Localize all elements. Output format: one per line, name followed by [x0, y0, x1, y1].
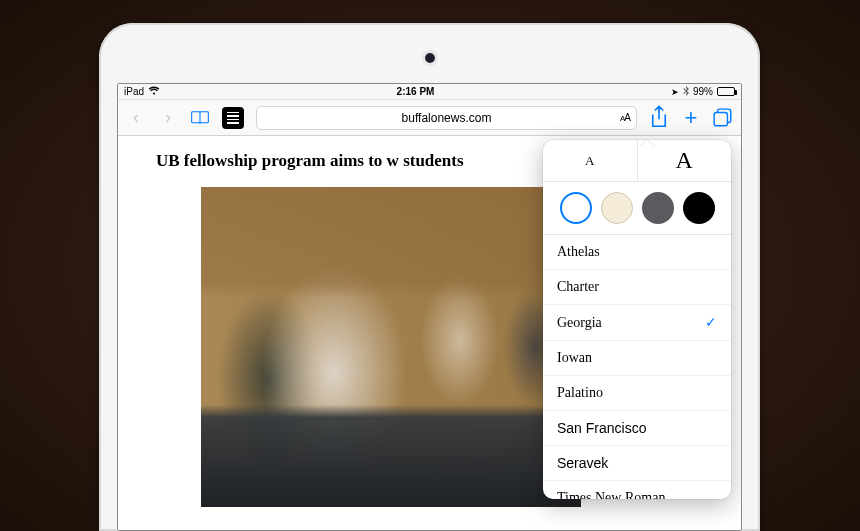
address-bar[interactable]: buffalonews.com AA [256, 106, 637, 130]
tabs-button[interactable] [713, 108, 733, 128]
theme-row [543, 182, 731, 235]
bookmarks-button[interactable] [190, 110, 210, 125]
battery-percent: 99% [693, 86, 713, 97]
safari-toolbar: ‹ › buffalonews.com AA + [118, 100, 741, 136]
theme-black[interactable] [683, 192, 715, 224]
font-option-georgia[interactable]: Georgia✓ [543, 305, 731, 341]
font-option-athelas[interactable]: Athelas [543, 235, 731, 270]
decrease-font-button[interactable]: A [543, 140, 638, 181]
theme-white[interactable] [560, 192, 592, 224]
font-name: Times New Roman [557, 490, 665, 499]
font-name: Iowan [557, 350, 592, 366]
svg-rect-1 [714, 112, 727, 125]
status-right: ➤ 99% [671, 86, 735, 98]
article-photo [201, 187, 581, 507]
font-option-sf[interactable]: San Francisco [543, 411, 731, 446]
font-name: Georgia [557, 315, 602, 331]
ipad-device-frame: iPad 2:16 PM ➤ 99% ‹ › [99, 23, 760, 531]
font-option-tnr[interactable]: Times New Roman [543, 481, 731, 499]
font-option-iowan[interactable]: Iowan [543, 341, 731, 376]
battery-icon [717, 87, 735, 96]
font-list[interactable]: AthelasCharterGeorgia✓IowanPalatinoSan F… [543, 235, 731, 499]
font-name: Charter [557, 279, 599, 295]
front-camera [425, 53, 435, 63]
wifi-icon [148, 86, 160, 97]
back-button[interactable]: ‹ [126, 107, 146, 128]
font-size-row: A A [543, 140, 731, 182]
share-button[interactable] [649, 105, 669, 130]
ipad-screen: iPad 2:16 PM ➤ 99% ‹ › [117, 83, 742, 531]
new-tab-button[interactable]: + [681, 105, 701, 131]
checkmark-icon: ✓ [705, 314, 717, 331]
font-name: Seravek [557, 455, 608, 471]
font-name: Palatino [557, 385, 603, 401]
clock: 2:16 PM [397, 86, 435, 97]
font-name: Athelas [557, 244, 600, 260]
theme-sepia[interactable] [601, 192, 633, 224]
forward-button[interactable]: › [158, 107, 178, 128]
font-name: San Francisco [557, 420, 646, 436]
status-left: iPad [124, 86, 160, 97]
increase-font-button[interactable]: A [638, 140, 732, 181]
font-option-seravek[interactable]: Seravek [543, 446, 731, 481]
bluetooth-icon [683, 86, 689, 98]
theme-gray[interactable] [642, 192, 674, 224]
carrier-label: iPad [124, 86, 144, 97]
reader-mode-button[interactable] [222, 107, 244, 129]
reader-settings-button[interactable]: AA [620, 112, 630, 123]
font-option-palatino[interactable]: Palatino [543, 376, 731, 411]
status-bar: iPad 2:16 PM ➤ 99% [118, 84, 741, 100]
location-icon: ➤ [671, 87, 679, 97]
reader-lines-icon [227, 112, 239, 124]
reader-settings-popover: A A AthelasCharterGeorgia✓IowanPalatinoS… [543, 140, 731, 499]
url-text: buffalonews.com [402, 111, 492, 125]
font-option-charter[interactable]: Charter [543, 270, 731, 305]
